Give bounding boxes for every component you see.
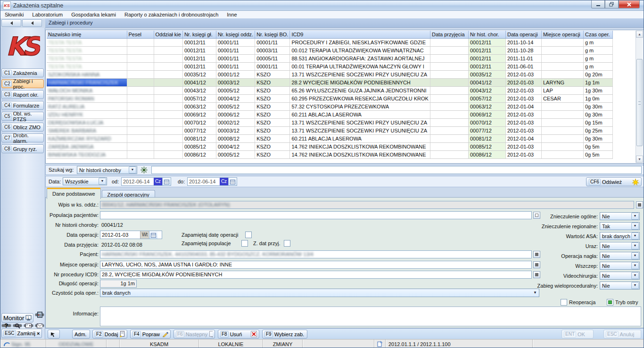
remember-population-checkbox[interactable] (241, 240, 248, 247)
cell-name[interactable]: RATZ AURELIA (47, 103, 127, 111)
cell-oddzial[interactable] (154, 39, 182, 47)
cancel-button[interactable]: ESC Anuluj (603, 330, 641, 339)
cell-mo[interactable] (541, 151, 583, 159)
calendar-icon[interactable] (228, 178, 237, 185)
scroll-up-button[interactable]: ▲ (636, 31, 643, 38)
cell-kg[interactable]: 00035/12 (182, 71, 216, 79)
cell-pesel[interactable] (127, 63, 154, 71)
select-zabieg-wieloproceduralny[interactable]: Nie▼ (600, 282, 640, 290)
cell-kbo[interactable]: KSZO (255, 143, 290, 151)
sidebar-item-c8[interactable]: C8Grupy ryz. (1, 144, 44, 153)
cell-pesel[interactable] (127, 71, 154, 79)
screenshot-button[interactable] (24, 324, 33, 327)
mail-button[interactable] (35, 324, 45, 327)
cell-mo[interactable] (541, 47, 583, 55)
ward-book-picker-button[interactable] (636, 201, 643, 208)
cell-kbo[interactable]: 00001/11 (255, 63, 290, 71)
table-row[interactable]: HARMACIŃSKI FRANCISZEK00041/1200003/12KS… (47, 79, 612, 87)
search-options-icon[interactable] (140, 166, 148, 174)
cell-mo[interactable] (541, 71, 583, 79)
tab-dane-podstawowe[interactable]: Dane podstawowe (47, 188, 101, 199)
cell-icd9[interactable]: 00.012 TERAPIA ULTRADŹWIĘKOWA WEWNĄTRZNA… (290, 47, 430, 55)
cell-icd9[interactable]: 00.01 TERAPIA ULTRADŹWIĘKOWA NACZYŃ GŁOW… (290, 63, 430, 71)
cell-kbo[interactable]: KSZO (255, 119, 290, 127)
cell-name[interactable]: DERĘGOWSKA ŁUCJA (47, 119, 127, 127)
cell-dp[interactable] (430, 103, 468, 111)
cell-kg[interactable]: 00085/12 (182, 143, 216, 151)
undo-button[interactable] (48, 330, 60, 339)
cell-kbo[interactable]: KSZO (255, 79, 290, 87)
cell-pesel[interactable] (127, 95, 154, 103)
cell-name[interactable]: HARMACIŃSKI FRANCISZEK (47, 79, 127, 87)
table-row[interactable]: DERĘGOWSKA ŁUCJA00070/1200002/12KSZO13.7… (47, 119, 612, 127)
cell-kg[interactable]: 00043/12 (182, 87, 216, 95)
cell-kg[interactable]: 00012/11 (182, 39, 216, 47)
cell-kbo[interactable]: KSZO (255, 127, 290, 135)
cell-czas[interactable]: 1g 30m (583, 87, 612, 95)
select-wszczep[interactable]: Nie▼ (600, 262, 640, 270)
sidebar-item-c3[interactable]: C3Raport okr. (1, 90, 44, 99)
menu-item-4[interactable]: Raporty o zakażeniach i drobnoustrojach (120, 11, 223, 18)
cell-czas[interactable]: 0g 5m (583, 151, 612, 159)
cell-icd9[interactable]: 14.762 INIEKCJA DOSZKLISTKOWA REKOMBINOW… (290, 143, 430, 151)
cell-dp[interactable] (430, 47, 468, 55)
cell-icd9[interactable]: 57.32 CYSTOSKOPIA PRZEZCEWKOWA (290, 103, 430, 111)
cell-ko[interactable]: 00001/11 (216, 55, 255, 63)
cell-nh[interactable]: 00035/12 (468, 71, 505, 79)
column-header[interactable]: Oddział kie (154, 31, 182, 39)
nav-previous2-button[interactable] (22, 19, 42, 27)
ward-book-entry-field[interactable]: 00041/12, HARMACIŃSKI FRANCISZEK (OTOLAR… (100, 201, 634, 209)
cell-dp[interactable] (430, 151, 468, 159)
cell-oddzial[interactable] (154, 103, 182, 111)
delete-button[interactable]: F8 Usuń (218, 330, 259, 339)
table-row[interactable]: SMEREK BARBARA00077/1200003/12KSZO13.71 … (47, 127, 612, 135)
cell-czas[interactable]: g m (583, 39, 612, 47)
sidebar-item-c6[interactable]: C6Oblicz ZMO (1, 123, 44, 132)
cell-name[interactable]: BINIEWSKA TEODOZJA (47, 151, 127, 159)
table-row[interactable]: SZOKOŃSKA HANNA00035/1200001/12KSZO13.71… (47, 71, 612, 79)
table-row[interactable]: BINIEWSKA TEODOZJA00086/1200005/12KSZO14… (47, 151, 612, 159)
date-to-field[interactable]: 2012-06-14 Cz (187, 177, 237, 186)
menu-item-5[interactable]: Inne (223, 11, 241, 18)
cell-name[interactable]: TESTA TESTA (47, 39, 127, 47)
cell-ko[interactable]: 00004/12 (216, 143, 255, 151)
cell-oddzial[interactable] (154, 47, 182, 55)
cell-ko[interactable]: 00001/11 (216, 39, 255, 47)
cell-ko[interactable]: 00001/12 (216, 71, 255, 79)
cell-mo[interactable]: LARYNG (541, 79, 583, 87)
cell-kg[interactable]: 00012/11 (182, 55, 216, 63)
cell-icd9[interactable]: 28.2 WYCIĘCIE MIGDAŁKÓW PODNIEBIENNYCH (290, 79, 430, 87)
cell-czas[interactable]: 1g 1m (583, 79, 612, 87)
vertical-scrollbar[interactable]: ▲ ▼ (636, 31, 643, 163)
cell-kbo[interactable]: KSZO (255, 95, 290, 103)
edit-button[interactable]: F4 Popraw (130, 330, 171, 339)
cell-nh[interactable]: 00012/11 (468, 55, 505, 63)
cell-icd9[interactable]: 14.762 INIEKCJA DOSZKLISTKOWA REKOMBINOW… (290, 151, 430, 159)
cell-icd9[interactable]: 13.71 WSZCZEPIENIE SOCZEWKI PRZY USUNIĘC… (290, 71, 430, 79)
cell-kbo[interactable]: 00003/11 (255, 47, 290, 55)
remember-date-checkbox[interactable] (245, 232, 252, 238)
select-wartosc-asa[interactable]: brak danych▼ (600, 232, 640, 240)
cell-kg[interactable]: 00081/12 (182, 135, 216, 143)
cell-dp[interactable] (430, 127, 468, 135)
cell-oddzial[interactable] (154, 151, 182, 159)
cell-kg[interactable]: 00012/11 (182, 47, 216, 55)
cell-icd9[interactable]: 60.211 ABLACJA LASEROWA (290, 135, 430, 143)
cell-dop[interactable]: 2012-01-04 (505, 135, 541, 143)
cell-icd9[interactable]: PROCEDURY I ZABIEGI, NIESKLASYFIKOWANE G… (290, 39, 430, 47)
cell-dp[interactable] (430, 55, 468, 63)
cell-kg[interactable]: 00086/12 (182, 151, 216, 159)
cell-kbo[interactable]: KSZO (255, 87, 290, 95)
cell-nh[interactable]: 00085/12 (468, 143, 505, 151)
sidebar-item-c4[interactable]: C4Formularze (1, 101, 44, 110)
cell-nh[interactable]: 00077/12 (468, 127, 505, 135)
cell-czas[interactable]: 0g 5m (583, 143, 612, 151)
cell-kbo[interactable]: KSZO (255, 135, 290, 143)
cell-pesel[interactable] (127, 87, 154, 95)
menu-item-2[interactable]: Laboratorium (28, 11, 67, 18)
cell-kg[interactable]: 00057/12 (182, 95, 216, 103)
column-header[interactable]: Nr. księgi gł. (182, 31, 216, 39)
reoperation-checkbox[interactable] (561, 299, 567, 306)
cell-czas[interactable]: g m (583, 63, 612, 71)
acute-mode-checkbox[interactable] (607, 299, 613, 306)
